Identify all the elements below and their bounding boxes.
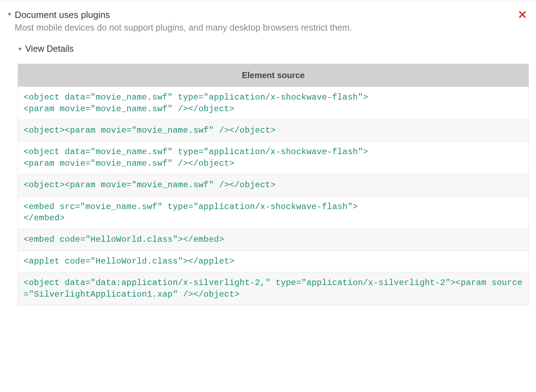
details-title: View Details [25, 44, 74, 54]
code-content: <object data="movie_name.swf" type="appl… [24, 92, 523, 115]
details-section: ▼ View Details Element source <object da… [18, 44, 529, 305]
code-content: <object><param movie="movie_name.swf" />… [24, 179, 523, 191]
code-content: <object data="data:application/x-silverl… [24, 277, 523, 300]
audit-item: ✕ ▼ Document uses plugins Most mobile de… [0, 0, 536, 320]
chevron-down-icon[interactable]: ▼ [18, 46, 23, 52]
table-row: <object data="movie_name.swf" type="appl… [18, 87, 529, 120]
table-row: <object><param movie="movie_name.swf" />… [18, 120, 529, 141]
audit-description: Most mobile devices do not support plugi… [15, 22, 529, 33]
table-row: <object data="data:application/x-silverl… [18, 272, 529, 305]
audit-header: ▼ Document uses plugins Most mobile devi… [7, 9, 529, 33]
audit-title-block: Document uses plugins Most mobile device… [15, 9, 529, 33]
chevron-down-icon[interactable]: ▼ [7, 11, 12, 17]
code-content: <embed src="movie_name.swf" type="applic… [24, 201, 523, 224]
table-header: Element source [18, 64, 529, 87]
table-row: <object><param movie="movie_name.swf" />… [18, 174, 529, 196]
code-content: <object data="movie_name.swf" type="appl… [24, 146, 523, 169]
table-row: <embed code="HelloWorld.class"></embed> [18, 229, 529, 250]
table-row: <applet code="HelloWorld.class"></applet… [18, 251, 529, 272]
table-row: <object data="movie_name.swf" type="appl… [18, 141, 529, 174]
table-row: <embed src="movie_name.swf" type="applic… [18, 196, 529, 229]
details-table: Element source <object data="movie_name.… [18, 64, 529, 305]
details-header[interactable]: ▼ View Details [18, 44, 529, 54]
audit-title: Document uses plugins [15, 9, 529, 21]
code-content: <applet code="HelloWorld.class"></applet… [24, 256, 523, 267]
fail-icon: ✕ [518, 9, 527, 20]
code-content: <embed code="HelloWorld.class"></embed> [24, 234, 523, 245]
code-content: <object><param movie="movie_name.swf" />… [24, 125, 523, 136]
